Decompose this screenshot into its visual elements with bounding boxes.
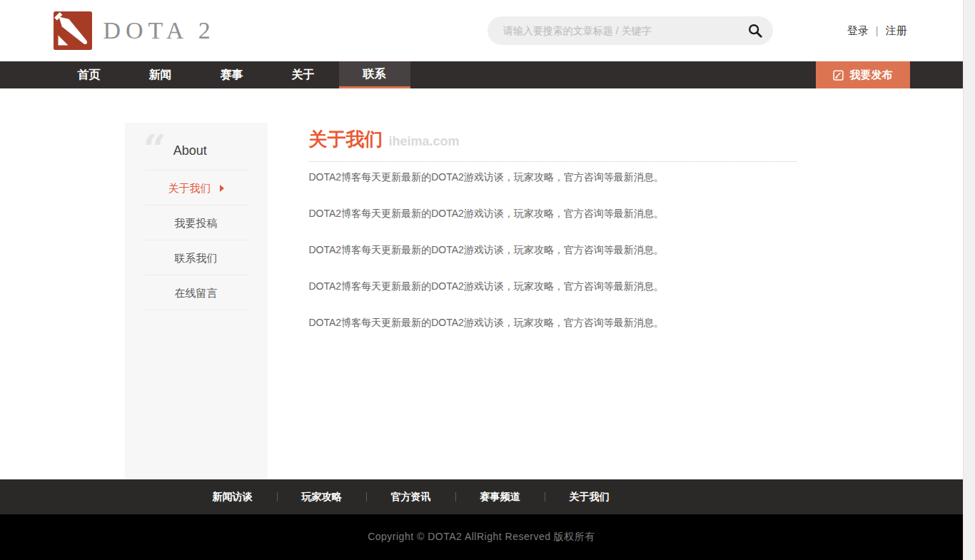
about-paragraph: DOTA2博客每天更新最新的DOTA2游戏访谈，玩家攻略，官方咨询等最新消息。 bbox=[309, 281, 802, 292]
content-header: 关于我们 iheima.com bbox=[309, 127, 802, 152]
sidebar-item-submit[interactable]: 我要投稿 bbox=[125, 205, 268, 240]
about-paragraph: DOTA2博客每天更新最新的DOTA2游戏访谈，玩家攻略，官方咨询等最新消息。 bbox=[309, 245, 802, 255]
about-paragraph: DOTA2博客每天更新最新的DOTA2游戏访谈，玩家攻略，官方咨询等最新消息。 bbox=[309, 317, 802, 328]
list-item: 关于我们 bbox=[125, 170, 268, 205]
main-content: 关于我们 iheima.com DOTA2博客每天更新最新的DOTA2游戏访谈，… bbox=[309, 88, 802, 479]
arrow-right-icon bbox=[220, 185, 224, 192]
list-item: 在线留言 bbox=[125, 275, 268, 310]
auth-separator: | bbox=[876, 25, 879, 36]
nav-item-matches[interactable]: 赛事 bbox=[196, 61, 268, 88]
page-body: “ About 关于我们 我要投稿 联系我们 在线留言 bbox=[0, 88, 975, 479]
site-header: DOTA 2 登录|注册 bbox=[0, 0, 975, 61]
footer-link-about[interactable]: 关于我们 bbox=[545, 491, 634, 504]
search-icon bbox=[747, 23, 763, 39]
site-logo[interactable]: DOTA 2 bbox=[54, 11, 216, 50]
dotted-divider bbox=[309, 161, 797, 162]
site-footer: 新闻访谈 玩家攻略 官方资讯 赛事频道 关于我们 Copyright © DOT… bbox=[0, 479, 975, 560]
dota2-logo-icon bbox=[54, 11, 92, 50]
main-nav: 首页 新闻 赛事 关于 联系 我要发布 bbox=[0, 61, 975, 88]
search-input[interactable] bbox=[487, 16, 773, 45]
sidebar-header: “ About bbox=[125, 123, 268, 170]
footer-link-matches[interactable]: 赛事频道 bbox=[456, 491, 545, 504]
page-title: 关于我们 bbox=[309, 127, 383, 152]
auth-links: 登录|注册 bbox=[847, 24, 907, 38]
footer-links-bar: 新闻访谈 玩家攻略 官方资讯 赛事频道 关于我们 bbox=[0, 479, 975, 514]
login-link[interactable]: 登录 bbox=[847, 24, 869, 36]
page-subtitle: iheima.com bbox=[389, 134, 460, 149]
sidebar-heading: About bbox=[173, 143, 207, 158]
sidebar-item-about-us[interactable]: 关于我们 bbox=[125, 170, 268, 205]
sidebar-item-message[interactable]: 在线留言 bbox=[125, 275, 268, 310]
list-item: 联系我们 bbox=[125, 240, 268, 275]
footer-bottom-bar: Copyright © DOTA2 AllRight Reserved 版权所有 bbox=[0, 514, 975, 560]
search-button[interactable] bbox=[747, 23, 763, 39]
publish-button-label: 我要发布 bbox=[850, 68, 893, 82]
about-paragraph: DOTA2博客每天更新最新的DOTA2游戏访谈，玩家攻略，官方咨询等最新消息。 bbox=[309, 172, 802, 183]
nav-item-home[interactable]: 首页 bbox=[54, 61, 125, 88]
nav-item-about[interactable]: 关于 bbox=[268, 61, 339, 88]
nav-item-contact[interactable]: 联系 bbox=[339, 61, 410, 88]
search-bar bbox=[487, 16, 773, 45]
compose-icon bbox=[833, 70, 844, 81]
about-paragraph: DOTA2博客每天更新最新的DOTA2游戏访谈，玩家攻略，官方咨询等最新消息。 bbox=[309, 208, 802, 219]
quote-icon: “ bbox=[143, 137, 166, 158]
scrollbar[interactable] bbox=[963, 0, 975, 560]
footer-link-official[interactable]: 官方资讯 bbox=[367, 491, 455, 504]
logo-text: DOTA 2 bbox=[103, 17, 216, 44]
register-link[interactable]: 注册 bbox=[886, 24, 907, 36]
sidebar-item-label: 关于我们 bbox=[168, 182, 211, 194]
list-item: 我要投稿 bbox=[125, 205, 268, 240]
copyright-text: Copyright © DOTA2 AllRight Reserved 版权所有 bbox=[368, 531, 595, 544]
publish-button[interactable]: 我要发布 bbox=[816, 61, 910, 88]
sidebar-item-contact-us[interactable]: 联系我们 bbox=[125, 240, 268, 275]
footer-link-news[interactable]: 新闻访谈 bbox=[188, 491, 277, 504]
footer-link-guides[interactable]: 玩家攻略 bbox=[278, 491, 366, 504]
sidebar-menu: 关于我们 我要投稿 联系我们 在线留言 bbox=[125, 170, 268, 310]
nav-item-news[interactable]: 新闻 bbox=[125, 61, 196, 88]
sidebar: “ About 关于我们 我要投稿 联系我们 在线留言 bbox=[125, 123, 268, 479]
